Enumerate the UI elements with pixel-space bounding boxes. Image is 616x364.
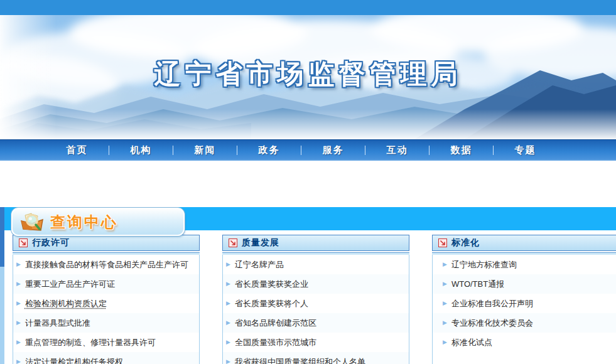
triangle-bullet-icon: ▶ [226, 320, 230, 326]
panel-header-administrative-licensing: 行政许可 [13, 235, 200, 251]
triangle-bullet-icon: ▶ [443, 340, 447, 345]
link-item[interactable]: ▶直接接触食品的材料等食品相关产品生产许可 [13, 255, 199, 274]
link-label[interactable]: 我省获得中国质量奖组织和个人名单 [235, 356, 365, 364]
panel-title: 行政许可 [32, 237, 70, 249]
link-label[interactable]: 重点管理的制造、修理计量器具许可 [25, 337, 156, 348]
query-center-label: 查询中心 [50, 212, 118, 232]
link-item[interactable]: ▶重点管理的制造、修理计量器具许可 [13, 333, 199, 352]
link-label[interactable]: 直接接触食品的材料等食品相关产品生产许可 [25, 259, 188, 270]
link-item[interactable]: ▶省长质量奖获奖企业 [223, 274, 409, 294]
triangle-bullet-icon: ▶ [16, 301, 21, 306]
panel-body: ▶辽宁名牌产品▶省长质量奖获奖企业▶省长质量奖获将个人▶省知名品牌创建示范区▶全… [222, 255, 409, 364]
panels-row: 行政许可▶直接接触食品的材料等食品相关产品生产许可▶重要工业产品生产许可证▶检验… [13, 235, 616, 364]
link-label[interactable]: 标准化试点 [451, 337, 492, 348]
link-item[interactable]: ▶标准化试点 [433, 333, 616, 352]
link-item[interactable]: ▶我省获得中国质量奖组织和个人名单 [223, 352, 409, 364]
link-item[interactable]: ▶计量器具型式批准 [13, 313, 199, 333]
query-center-icon [19, 211, 45, 233]
nav-item-government[interactable]: 政务 [239, 144, 300, 156]
panel-header-standardization: 标准化 [432, 235, 616, 251]
link-label[interactable]: 辽宁名牌产品 [235, 259, 284, 270]
link-label[interactable]: 全国质量强市示范城市 [235, 337, 316, 348]
link-item[interactable]: ▶企业标准自我公开声明 [433, 294, 616, 313]
link-item[interactable]: ▶辽宁名牌产品 [223, 255, 409, 274]
triangle-bullet-icon: ▶ [226, 262, 230, 267]
link-item[interactable]: ▶省长质量奖获将个人 [223, 294, 409, 313]
panel-title: 标准化 [451, 237, 480, 249]
nav-separator [237, 146, 237, 155]
triangle-bullet-icon: ▶ [443, 301, 447, 306]
triangle-bullet-icon: ▶ [16, 340, 21, 345]
nav-separator [429, 146, 430, 155]
nav-separator [301, 146, 301, 155]
link-item[interactable]: ▶专业标准化技术委员会 [433, 313, 616, 333]
triangle-bullet-icon: ▶ [443, 281, 447, 287]
triangle-bullet-icon: ▶ [226, 340, 230, 345]
triangle-bullet-icon: ▶ [16, 359, 21, 364]
link-item[interactable]: ▶辽宁地方标准查询 [433, 255, 616, 274]
query-center-tab[interactable]: 查询中心 [11, 208, 185, 236]
top-bar [0, 0, 616, 15]
link-label[interactable]: 重要工业产品生产许可证 [25, 279, 115, 290]
content-gap [0, 161, 616, 207]
panel-body: ▶直接接触食品的材料等食品相关产品生产许可▶重要工业产品生产许可证▶检验检测机构… [13, 255, 200, 364]
panel-body: ▶辽宁地方标准查询▶WTO/TBT通报▶企业标准自我公开声明▶专业标准化技术委员… [432, 255, 616, 364]
red-arrow-icon [438, 238, 447, 247]
link-item[interactable]: ▶WTO/TBT通报 [433, 274, 616, 294]
link-label[interactable]: 检验检测机构资质认定 [25, 298, 107, 309]
panel-administrative-licensing: 行政许可▶直接接触食品的材料等食品相关产品生产许可▶重要工业产品生产许可证▶检验… [13, 235, 200, 364]
link-item[interactable]: ▶法定计量检定机构任务授权 [13, 352, 199, 364]
nav-item-home[interactable]: 首页 [46, 144, 107, 156]
site-title: 辽宁省市场监督管理局 [0, 56, 616, 92]
panel-header-quality-development: 质量发展 [222, 235, 409, 251]
nav-item-news[interactable]: 新闻 [175, 144, 235, 156]
panel-title: 质量发展 [242, 237, 279, 249]
link-item[interactable]: ▶检验检测机构资质认定 [13, 294, 199, 313]
nav-separator [493, 146, 494, 155]
banner: 辽宁省市场监督管理局 [0, 15, 616, 139]
nav-item-organization[interactable]: 机构 [111, 144, 171, 156]
triangle-bullet-icon: ▶ [443, 262, 447, 267]
triangle-bullet-icon: ▶ [226, 301, 230, 306]
triangle-bullet-icon: ▶ [443, 320, 447, 326]
link-item[interactable]: ▶全国质量强市示范城市 [223, 333, 409, 352]
link-label[interactable]: 计量器具型式批准 [25, 318, 90, 329]
triangle-bullet-icon: ▶ [16, 281, 21, 287]
nav-item-services[interactable]: 服务 [303, 144, 364, 156]
query-center-section: 查询中心 行政许可▶直接接触食品的材料等食品相关产品生产许可▶重要工业产品生产许… [0, 207, 616, 364]
triangle-bullet-icon: ▶ [16, 320, 21, 326]
main-nav: 首页机构新闻政务服务互动数据专题 [0, 139, 616, 161]
nav-separator [173, 146, 173, 155]
red-arrow-icon [229, 238, 237, 247]
left-edge-strip [0, 207, 4, 364]
triangle-bullet-icon: ▶ [226, 359, 230, 364]
link-label[interactable]: 辽宁地方标准查询 [451, 259, 517, 270]
link-item[interactable]: ▶重要工业产品生产许可证 [13, 274, 199, 294]
link-item[interactable]: ▶省知名品牌创建示范区 [223, 313, 409, 333]
nav-item-topics[interactable]: 专题 [495, 144, 556, 156]
nav-item-interaction[interactable]: 互动 [367, 144, 428, 156]
panel-standardization: 标准化▶辽宁地方标准查询▶WTO/TBT通报▶企业标准自我公开声明▶专业标准化技… [432, 235, 616, 364]
link-label[interactable]: 省长质量奖获将个人 [235, 298, 308, 309]
panel-quality-development: 质量发展▶辽宁名牌产品▶省长质量奖获奖企业▶省长质量奖获将个人▶省知名品牌创建示… [222, 235, 409, 364]
link-label[interactable]: 企业标准自我公开声明 [451, 298, 533, 309]
triangle-bullet-icon: ▶ [226, 281, 230, 287]
link-label[interactable]: 省知名品牌创建示范区 [235, 318, 316, 329]
nav-item-data[interactable]: 数据 [431, 144, 492, 156]
link-label[interactable]: WTO/TBT通报 [451, 279, 504, 290]
red-arrow-icon [19, 238, 28, 247]
nav-separator [109, 146, 109, 155]
nav-separator [365, 146, 365, 155]
link-label[interactable]: 专业标准化技术委员会 [451, 318, 533, 329]
link-label[interactable]: 法定计量检定机构任务授权 [25, 356, 123, 364]
link-label[interactable]: 省长质量奖获奖企业 [235, 279, 308, 290]
triangle-bullet-icon: ▶ [16, 262, 21, 267]
